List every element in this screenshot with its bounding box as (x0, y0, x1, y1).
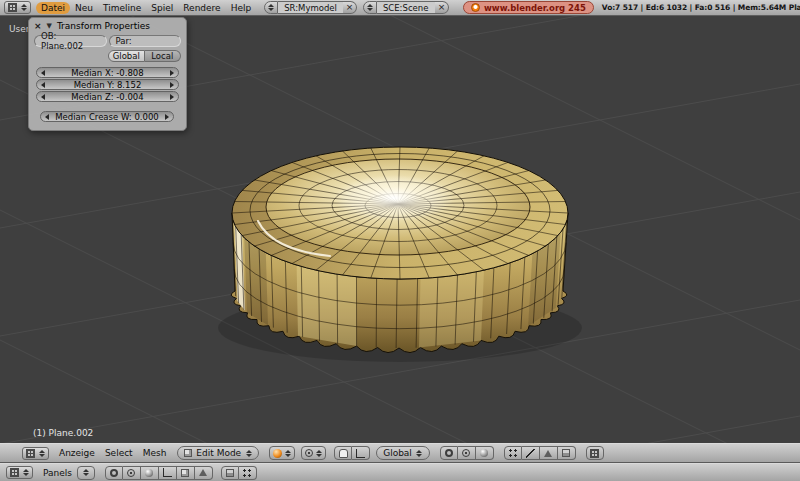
shading-sphere-icon (273, 449, 282, 458)
scene-delete-button[interactable]: × (435, 1, 449, 14)
mode-dropdown[interactable]: Edit Mode (177, 446, 259, 460)
pivot-cursor-button[interactable] (458, 446, 476, 460)
main-window-header: Datei Neu Timeline Spiel Rendere Help SR… (0, 0, 800, 16)
pivot-median-button[interactable] (476, 446, 494, 460)
updown-arrows-icon (284, 450, 291, 457)
face-select-button[interactable] (540, 446, 558, 460)
menu-help[interactable]: Help (226, 2, 257, 14)
ob-name-field[interactable]: OB: Plane.002 (34, 35, 107, 47)
menu-select[interactable]: Select (100, 447, 138, 459)
sub-context-button-1[interactable] (221, 466, 239, 480)
edited-mesh-object[interactable] (218, 147, 582, 362)
context-editing-button[interactable] (177, 466, 195, 480)
occlude-cube-icon (562, 449, 570, 457)
occlude-cube-icon (226, 469, 234, 477)
scene-name-field[interactable]: SCE:Scene (377, 1, 435, 14)
gray-sphere-icon (480, 449, 488, 457)
median-z-slider[interactable]: Median Z: -0.004 (36, 91, 179, 102)
manipulator-hand-button[interactable] (334, 446, 352, 460)
cube-icon (181, 469, 189, 477)
context-scene-button[interactable] (195, 466, 213, 480)
editor-type-button[interactable] (4, 1, 31, 14)
median-y-value: Median Y: 8.152 (45, 80, 170, 90)
gray-sphere-icon (145, 469, 153, 477)
menu-neu[interactable]: Neu (70, 2, 98, 14)
vertex-dots-icon (509, 449, 517, 457)
manipulator-group (334, 446, 370, 460)
context-shading-button[interactable] (141, 466, 159, 480)
proportional-edit-button[interactable] (301, 446, 326, 460)
screen-selector: SR:Mymodel × (264, 1, 357, 14)
updown-arrows-icon (315, 450, 322, 457)
scene-selector: SCE:Scene × (363, 1, 449, 14)
panel-title: Transform Properties (57, 21, 150, 31)
median-z-value: Median Z: -0.004 (45, 92, 170, 102)
buttons-window-header: Panels (0, 463, 800, 481)
updown-arrows-icon (245, 450, 252, 457)
median-crease-slider[interactable]: Median Crease W: 0.000 (40, 111, 174, 122)
menu-panels[interactable]: Panels (38, 467, 77, 479)
screen-delete-button[interactable]: × (343, 1, 357, 14)
median-x-slider[interactable]: Median X: -0.808 (36, 67, 179, 78)
updown-arrows-icon (416, 450, 423, 457)
manipulator-axes-button[interactable] (352, 446, 370, 460)
global-button[interactable]: Global (108, 50, 145, 62)
transform-properties-panel[interactable]: × ▼ Transform Properties OB: Plane.002 P… (28, 17, 187, 131)
editor-type-button-3dview[interactable] (22, 447, 49, 460)
axes-icon (356, 449, 365, 458)
menu-rendere[interactable]: Rendere (178, 2, 225, 14)
menu-spiel[interactable]: Spiel (146, 2, 178, 14)
occlude-geometry-button[interactable] (558, 446, 576, 460)
menu-mesh[interactable]: Mesh (138, 447, 172, 459)
panels-align-button[interactable] (77, 466, 95, 480)
panel-close-icon[interactable]: × (34, 22, 42, 31)
sub-context-button-2[interactable] (239, 466, 257, 480)
axes-icon (163, 468, 172, 477)
menu-datei[interactable]: Datei (36, 2, 70, 14)
screen-name-field[interactable]: SR:Mymodel (278, 1, 343, 14)
dot-ring-icon (127, 469, 135, 477)
proportional-circle-icon (305, 449, 313, 457)
vertex-select-button[interactable] (504, 446, 522, 460)
pivot-bullseye-button[interactable] (440, 446, 458, 460)
face-triangle-icon (544, 450, 552, 457)
menu-anzeige[interactable]: Anzeige (54, 447, 100, 459)
viewport-shading-button[interactable] (269, 446, 295, 460)
slider-increase-icon[interactable] (170, 82, 174, 88)
slider-increase-icon[interactable] (170, 70, 174, 76)
ring-icon (445, 449, 453, 457)
context-logic-button[interactable] (105, 466, 123, 480)
view-name-label: User (9, 24, 30, 34)
parent-field[interactable]: Par: (109, 35, 182, 47)
vertex-dots-icon (243, 469, 251, 477)
scene-statistics: Vo:7 517 | Ed:6 1032 | Fa:0 516 | Mem:5.… (602, 3, 800, 12)
ring-icon (110, 469, 118, 477)
context-object-button[interactable] (159, 466, 177, 480)
local-button[interactable]: Local (145, 50, 182, 62)
slider-increase-icon[interactable] (170, 94, 174, 100)
pivot-group (440, 446, 494, 460)
median-y-slider[interactable]: Median Y: 8.152 (36, 79, 179, 90)
panel-collapse-icon[interactable]: ▼ (47, 22, 52, 30)
updown-arrows-icon (268, 4, 275, 11)
edge-select-button[interactable] (522, 446, 540, 460)
updown-arrows-icon (366, 4, 373, 11)
menu-timeline[interactable]: Timeline (98, 2, 146, 14)
screen-browse-button[interactable] (264, 1, 278, 14)
updown-arrows-icon (20, 4, 27, 11)
context-script-button[interactable] (123, 466, 141, 480)
view3d-header: Anzeige Select Mesh Edit Mode Global (0, 443, 800, 463)
panel-header[interactable]: × ▼ Transform Properties (34, 21, 181, 31)
space-toggle-row: Global Local (108, 50, 181, 62)
orientation-dropdown[interactable]: Global (376, 446, 430, 460)
window-type-icon (8, 3, 17, 12)
editor-type-button-buttons[interactable] (6, 466, 33, 479)
version-text: www.blender.org 245 (484, 3, 586, 13)
layers-button[interactable] (586, 446, 604, 460)
slider-increase-icon[interactable] (165, 114, 169, 120)
dot-ring-icon (462, 449, 470, 457)
editmode-icon (184, 449, 192, 457)
updown-arrows-icon (82, 469, 89, 476)
window-type-icon (10, 468, 19, 477)
scene-browse-button[interactable] (363, 1, 377, 14)
